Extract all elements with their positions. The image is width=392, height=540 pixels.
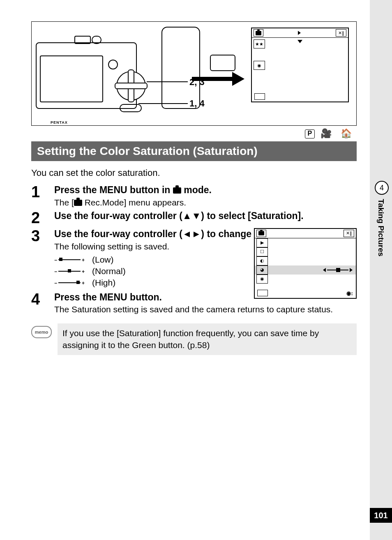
step-1-head: Press the MENU button in mode. — [54, 184, 357, 196]
lcd-side: ✕‖ ▶ ☐ ◐ ◕ ◉ ◉↕ — [254, 228, 357, 299]
lcd-tab-settings-icon: ✕‖ — [344, 230, 354, 237]
lcd-tab-settings-icon: ✕‖ — [336, 29, 346, 37]
text: Press the — [54, 292, 99, 302]
intro-text: You can set the color saturation. — [31, 168, 357, 178]
step-2-head: Use the four-way controller (▲▼) to sele… — [54, 210, 357, 222]
mode-auto-icon: 🏠 — [341, 128, 355, 138]
text: Rec.Mode] menu appears. — [82, 198, 186, 207]
lcd-side-saturation-icon: ◕ — [256, 265, 268, 275]
sat-glyph-normal-icon: −+ — [54, 268, 85, 274]
text: (High) — [92, 277, 115, 288]
menu-button-rect — [210, 55, 235, 71]
memo-label: memo — [31, 326, 52, 338]
lcd-tab-camera-icon — [256, 230, 266, 237]
step-3: 3 Use the four-way controller (◄►) to ch… — [31, 228, 357, 289]
chapter-number: 4 — [375, 181, 389, 195]
lcd-footer-menu-icon — [254, 93, 265, 100]
right-gutter — [370, 0, 392, 540]
brand-label: PENTAX — [51, 120, 68, 125]
text: Press the — [54, 185, 99, 195]
chapter-label: Taking Pictures — [376, 199, 385, 256]
lcd-side-row-selected: ◕ — [255, 265, 356, 275]
camera-illustration — [36, 27, 175, 109]
text: The [ — [54, 198, 74, 207]
text: mode. — [181, 185, 212, 195]
memo-text: If you use the [Saturation] function fre… — [58, 323, 357, 355]
lcd-row-quality-icon: ★★ — [254, 39, 265, 48]
camera-icon — [173, 187, 181, 194]
menu-word: MENU — [99, 292, 127, 302]
lcd-side-icon: ☐ — [256, 247, 268, 256]
sat-glyph-high-icon: −+ — [54, 280, 85, 286]
memo-icon: memo — [31, 323, 52, 338]
menu-word: MENU — [99, 185, 127, 195]
lcd-slider — [323, 267, 353, 273]
step-1-sub: The [ Rec.Mode] menu appears. — [54, 198, 357, 208]
text: (Low) — [92, 254, 114, 265]
pointer-line-23 — [147, 81, 188, 82]
memo-block: memo If you use the [Saturation] functio… — [31, 323, 357, 355]
lcd-tab-camera-icon — [254, 29, 263, 37]
chevron-right-icon — [298, 31, 301, 35]
lcd-top: ✕‖ ★★ ◉ — [251, 28, 349, 102]
lcd-side-icon: ◉ — [256, 275, 268, 284]
diagram-box: PENTAX 2, 3 1, 4 ✕‖ ★★ — [31, 21, 357, 126]
lcd-side-icon: ▶ — [256, 238, 268, 247]
section-title: Setting the Color Saturation (Saturation… — [31, 141, 357, 161]
mode-icon-row: P 🎥 🏠 — [31, 128, 355, 139]
text: button in — [127, 185, 173, 195]
step-2: 2 Use the four-way controller (▲▼) to se… — [31, 210, 357, 226]
step-number: 4 — [31, 291, 54, 315]
side-tab: 4 Taking Pictures — [375, 181, 387, 256]
step-number: 2 — [31, 210, 54, 226]
lcd-ok-exit: ◉↕ — [346, 290, 354, 296]
step-1: 1 Press the MENU button in mode. The [ R… — [31, 184, 357, 208]
lcd-row-metering-icon: ◉ — [254, 61, 265, 70]
pointer-line-14 — [138, 103, 188, 104]
sat-glyph-low-icon: −+ — [54, 257, 85, 263]
caret-down-icon — [297, 40, 302, 43]
step-number: 3 — [31, 228, 54, 289]
step-4-sub: The Saturation setting is saved and the … — [54, 305, 357, 314]
step-number: 1 — [31, 184, 54, 208]
camera-icon — [74, 200, 82, 206]
mode-p-icon: P — [305, 129, 315, 138]
mode-movie-icon: 🎥 — [321, 128, 335, 138]
arrow-block — [188, 55, 258, 77]
page-number: 101 — [370, 508, 392, 523]
text: (Normal) — [92, 265, 126, 277]
lcd-footer-menu-icon — [257, 290, 268, 296]
text: button. — [127, 292, 162, 302]
lcd-side-icon: ◐ — [256, 256, 268, 265]
pointer-label-14: 1, 4 — [189, 98, 205, 109]
